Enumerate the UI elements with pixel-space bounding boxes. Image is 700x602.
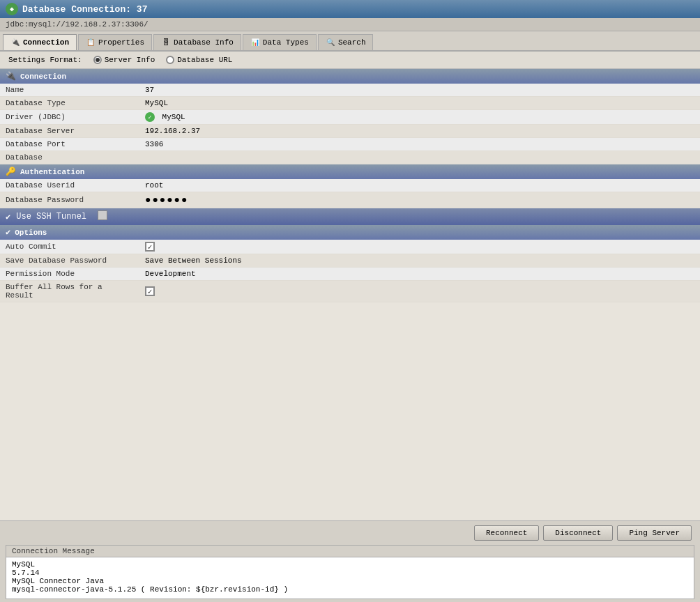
field-value [139, 151, 700, 164]
table-row: Auto Commit [0, 240, 700, 254]
connection-message-title: Connection Message [6, 546, 694, 557]
field-value: MySQL [139, 97, 700, 110]
tab-search[interactable]: 🔍 Search [318, 34, 374, 50]
table-row: Database [0, 151, 700, 164]
connection-section-icon: 🔌 [6, 71, 16, 82]
field-value: root [139, 179, 700, 192]
search-tab-icon: 🔍 [326, 38, 335, 47]
disconnect-button[interactable]: Disconnect [543, 525, 613, 541]
driver-ok-icon: ✓ [145, 112, 155, 122]
table-row: Database Port 3306 [0, 138, 700, 151]
ssh-tunnel-header: ✔ Use SSH Tunnel [0, 208, 700, 225]
field-value [139, 240, 700, 254]
connection-tab-icon: 🔌 [10, 38, 20, 47]
ssh-checkbox[interactable] [98, 210, 107, 220]
field-label: Save Database Password [0, 254, 139, 268]
options-section-header: ✔ Options [0, 225, 700, 240]
field-value: 192.168.2.37 [139, 125, 700, 138]
authentication-section-header: 🔑 Authentication [0, 164, 700, 179]
table-row: Database Type MySQL [0, 97, 700, 110]
field-label: Driver (JDBC) [0, 110, 139, 125]
authentication-table: Database Userid root Database Password ●… [0, 179, 700, 208]
radio-database-url[interactable]: Database URL [166, 56, 232, 64]
connection-section-title: Connection [20, 72, 66, 81]
radio-server-info-btn[interactable] [93, 56, 102, 64]
tab-database-info[interactable]: 🗄 Database Info [153, 34, 241, 50]
connection-message-panel: Connection Message MySQL 5.7.14 MySQL Co… [6, 545, 694, 599]
field-label: Database Type [0, 97, 139, 110]
options-section-title: Options [15, 229, 47, 237]
field-label: Database Port [0, 138, 139, 151]
options-section-icon: ✔ [6, 227, 10, 238]
connection-table: Name 37 Database Type MySQL Driver (JDBC… [0, 84, 700, 164]
title-bar: ◆ Database Connection: 37 [0, 0, 700, 18]
tab-data-types-label: Data Types [263, 38, 309, 47]
tab-connection[interactable]: 🔌 Connection [3, 34, 77, 50]
tab-data-types[interactable]: 📊 Data Types [243, 34, 317, 50]
button-bar: Reconnect Disconnect Ping Server [0, 520, 700, 545]
table-row: Driver (JDBC) ✓ MySQL [0, 110, 700, 125]
table-row: Database Server 192.168.2.37 [0, 125, 700, 138]
table-row: Buffer All Rows for a Result [0, 281, 700, 302]
table-row: Name 37 [0, 84, 700, 97]
field-label: Database Password [0, 192, 139, 208]
tab-connection-label: Connection [23, 38, 69, 47]
field-label: Name [0, 84, 139, 97]
table-row: Database Userid root [0, 179, 700, 192]
field-label: Auto Commit [0, 240, 139, 254]
field-value: 37 [139, 84, 700, 97]
table-row: Database Password ●●●●●● [0, 192, 700, 208]
settings-format-label: Settings Format: [8, 56, 82, 64]
data-types-tab-icon: 📊 [250, 38, 260, 47]
field-label: Database [0, 151, 139, 164]
connection-section-header: 🔌 Connection [0, 69, 700, 84]
table-row: Save Database Password Save Between Sess… [0, 254, 700, 268]
tab-bar: 🔌 Connection 📋 Properties 🗄 Database Inf… [0, 31, 700, 52]
ssh-tunnel-label: Use SSH Tunnel [16, 212, 86, 222]
ssh-tunnel-icon: ✔ [6, 212, 10, 222]
ping-server-button[interactable]: Ping Server [617, 525, 692, 541]
database-info-tab-icon: 🗄 [161, 38, 171, 47]
field-value [139, 281, 700, 302]
field-label: Buffer All Rows for a Result [0, 281, 139, 302]
field-label: Database Server [0, 125, 139, 138]
auto-commit-checkbox[interactable] [145, 242, 155, 252]
tab-database-info-label: Database Info [174, 38, 234, 47]
tab-search-label: Search [338, 38, 366, 47]
field-value: ✓ MySQL [139, 110, 700, 125]
options-table: Auto Commit Save Database Password Save … [0, 240, 700, 302]
window-title: Database Connection: 37 [22, 4, 147, 15]
field-value: ●●●●●● [139, 192, 700, 208]
tab-properties-label: Properties [98, 38, 144, 47]
authentication-section-title: Authentication [20, 168, 84, 176]
field-label: Database Userid [0, 179, 139, 192]
password-field: ●●●●●● [145, 194, 188, 206]
radio-server-info-label: Server Info [105, 56, 155, 64]
buffer-rows-checkbox[interactable] [145, 286, 155, 296]
radio-database-url-btn[interactable] [166, 56, 174, 64]
table-row: Permission Mode Development [0, 268, 700, 281]
tab-properties[interactable]: 📋 Properties [78, 34, 152, 50]
radio-server-info[interactable]: Server Info [93, 56, 155, 64]
settings-format: Settings Format: Server Info Database UR… [0, 52, 700, 69]
connection-message-body: MySQL 5.7.14 MySQL Connector Java mysql-… [6, 557, 694, 599]
main-content: 🔌 Connection Name 37 Database Type MySQL… [0, 69, 700, 520]
ssh-tunnel-area [98, 210, 107, 223]
app-icon: ◆ [6, 3, 18, 15]
authentication-section-icon: 🔑 [6, 167, 16, 177]
reconnect-button[interactable]: Reconnect [474, 525, 539, 541]
field-value: 3306 [139, 138, 700, 151]
field-value: Save Between Sessions [139, 254, 700, 268]
field-label: Permission Mode [0, 268, 139, 281]
connection-url: jdbc:mysql://192.168.2.37:3306/ [6, 20, 149, 29]
properties-tab-icon: 📋 [86, 38, 96, 47]
radio-database-url-label: Database URL [177, 56, 232, 64]
url-bar: jdbc:mysql://192.168.2.37:3306/ [0, 18, 700, 31]
field-value: Development [139, 268, 700, 281]
content-spacer [0, 302, 700, 504]
